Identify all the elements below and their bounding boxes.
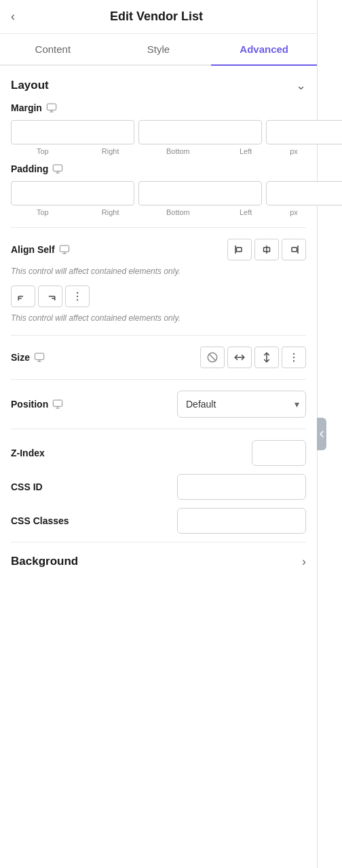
css-classes-row: CSS Classes bbox=[11, 508, 306, 534]
divider-2 bbox=[11, 335, 306, 336]
padding-right-label: Right bbox=[79, 208, 142, 216]
align-left-button[interactable] bbox=[227, 239, 252, 260]
size-row: Size bbox=[11, 347, 306, 368]
margin-left-label: Left bbox=[214, 147, 278, 155]
header: ‹ Edit Vendor List bbox=[0, 0, 317, 34]
size-fit-width-button[interactable] bbox=[227, 347, 252, 368]
margin-top-label: Top bbox=[11, 147, 75, 155]
align-right-icon bbox=[288, 243, 300, 256]
tab-content[interactable]: Content bbox=[0, 34, 106, 64]
css-id-row: CSS ID bbox=[11, 474, 306, 500]
svg-point-27 bbox=[293, 360, 294, 361]
align-right-button[interactable] bbox=[282, 239, 306, 260]
padding-bottom-label: Bottom bbox=[147, 208, 210, 216]
background-title: Background bbox=[11, 555, 78, 568]
size-none-icon bbox=[206, 351, 218, 363]
padding-right-input[interactable] bbox=[138, 181, 262, 205]
justify-right-icon bbox=[44, 290, 56, 302]
size-more-button[interactable] bbox=[282, 347, 306, 368]
justify-more-icon bbox=[71, 290, 83, 302]
justify-more-button[interactable] bbox=[65, 285, 90, 307]
css-classes-label: CSS Classes bbox=[11, 515, 69, 526]
z-index-label: Z-Index bbox=[11, 448, 45, 458]
layout-section-header: Layout ⌄ bbox=[11, 66, 306, 102]
background-expand-icon[interactable]: › bbox=[302, 555, 306, 569]
svg-point-19 bbox=[77, 299, 78, 300]
margin-labels-row: Top Right Bottom Left px bbox=[11, 147, 306, 155]
position-select[interactable]: Default Static Relative Absolute Fixed S… bbox=[177, 391, 306, 418]
position-row: Position Default Static Relative Absolut… bbox=[11, 391, 306, 418]
tab-advanced[interactable]: Advanced bbox=[211, 34, 317, 64]
z-index-row: Z-Index bbox=[11, 440, 306, 466]
justify-left-icon bbox=[17, 290, 29, 302]
position-label: Position bbox=[11, 399, 63, 410]
fit-width-icon bbox=[233, 351, 246, 363]
padding-monitor-icon bbox=[52, 163, 63, 174]
page-title: Edit Vendor List bbox=[23, 9, 290, 24]
divider-1 bbox=[11, 227, 306, 228]
padding-bottom-input[interactable] bbox=[266, 181, 342, 205]
align-self-buttons bbox=[227, 239, 306, 260]
margin-label: Margin bbox=[11, 102, 306, 113]
side-panel-handle[interactable] bbox=[317, 418, 326, 450]
svg-line-22 bbox=[209, 353, 216, 361]
align-self-row: Align Self bbox=[11, 239, 306, 260]
content-area: Layout ⌄ Margin bbox=[0, 66, 317, 581]
size-buttons bbox=[200, 347, 306, 368]
padding-top-input[interactable] bbox=[11, 181, 134, 205]
margin-bottom-input[interactable] bbox=[266, 120, 342, 144]
back-button[interactable]: ‹ bbox=[11, 9, 15, 24]
css-classes-input[interactable] bbox=[177, 508, 306, 534]
justify-buttons-row bbox=[11, 285, 306, 307]
z-index-input[interactable] bbox=[252, 440, 306, 466]
size-more-icon bbox=[288, 351, 300, 363]
divider-3 bbox=[11, 379, 306, 380]
svg-point-25 bbox=[293, 353, 294, 354]
css-id-input[interactable] bbox=[177, 474, 306, 500]
align-left-icon bbox=[233, 243, 246, 256]
divider-4 bbox=[11, 429, 306, 429]
fit-height-icon bbox=[261, 351, 273, 363]
svg-point-18 bbox=[77, 296, 78, 297]
svg-rect-10 bbox=[292, 248, 297, 252]
align-center-button[interactable] bbox=[254, 239, 279, 260]
margin-top-input[interactable] bbox=[11, 120, 134, 144]
svg-rect-20 bbox=[35, 353, 43, 359]
margin-monitor-icon bbox=[46, 102, 57, 113]
padding-left-label: Left bbox=[214, 208, 278, 216]
svg-point-17 bbox=[77, 292, 78, 293]
padding-top-label: Top bbox=[11, 208, 75, 216]
padding-inputs-row bbox=[11, 181, 306, 205]
margin-bottom-label: Bottom bbox=[147, 147, 210, 155]
tab-style[interactable]: Style bbox=[106, 34, 212, 64]
position-monitor-icon bbox=[52, 399, 63, 410]
align-self-hint: This control will affect contained eleme… bbox=[11, 266, 306, 277]
svg-rect-4 bbox=[60, 245, 69, 252]
size-label: Size bbox=[11, 352, 45, 363]
margin-right-label: Right bbox=[79, 147, 142, 155]
size-monitor-icon bbox=[34, 352, 45, 363]
css-id-label: CSS ID bbox=[11, 481, 43, 492]
position-select-wrapper: Default Static Relative Absolute Fixed S… bbox=[177, 391, 306, 418]
padding-unit-label: px bbox=[282, 208, 306, 216]
margin-unit-label: px bbox=[282, 147, 306, 155]
svg-point-26 bbox=[293, 356, 294, 357]
margin-right-input[interactable] bbox=[138, 120, 262, 144]
padding-group: Padding T bbox=[11, 163, 306, 216]
justify-left-button[interactable] bbox=[11, 285, 35, 307]
align-self-monitor-icon bbox=[59, 244, 70, 255]
tabs-bar: Content Style Advanced bbox=[0, 34, 317, 66]
size-fit-height-button[interactable] bbox=[254, 347, 279, 368]
justify-right-button[interactable] bbox=[38, 285, 62, 307]
size-none-button[interactable] bbox=[200, 347, 225, 368]
background-section: Background › bbox=[11, 542, 306, 581]
justify-hint: This control will affect contained eleme… bbox=[11, 313, 306, 324]
padding-label: Padding bbox=[11, 163, 306, 174]
svg-rect-2 bbox=[54, 165, 62, 171]
align-self-label: Align Self bbox=[11, 244, 70, 255]
padding-labels-row: Top Right Bottom Left px bbox=[11, 208, 306, 216]
svg-rect-6 bbox=[237, 248, 242, 252]
layout-collapse-icon[interactable]: ⌄ bbox=[296, 78, 306, 93]
margin-group: Margin To bbox=[11, 102, 306, 155]
align-center-icon bbox=[261, 243, 273, 256]
